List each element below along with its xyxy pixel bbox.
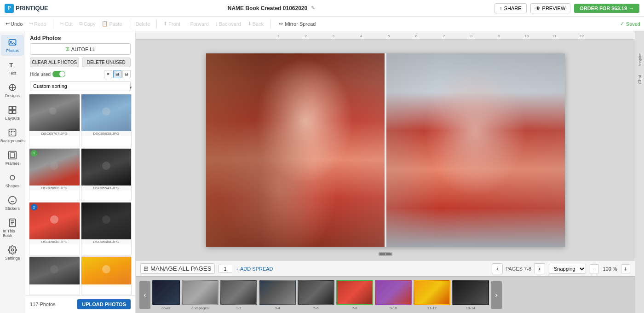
page-number-input[interactable] bbox=[218, 265, 232, 273]
chat-tab[interactable]: Chat bbox=[636, 71, 644, 87]
sidebar-item-in-this-book[interactable]: In This Book bbox=[1, 215, 24, 241]
zoom-in-button[interactable]: + bbox=[621, 264, 630, 273]
ruler-mark: 2 bbox=[292, 34, 320, 38]
ruler-horizontal: 1 2 3 4 5 6 7 8 9 10 11 12 bbox=[136, 31, 635, 40]
prev-page-button[interactable]: ‹ bbox=[492, 263, 503, 274]
front-button[interactable]: ⬆ Front bbox=[161, 20, 182, 28]
list-item[interactable]: 9-10 bbox=[375, 280, 412, 310]
list-item[interactable]: DSC05488.JPG bbox=[81, 202, 132, 255]
frames-label: Frames bbox=[6, 161, 20, 166]
delete-button[interactable]: Delete bbox=[134, 20, 152, 28]
large-grid-view-button[interactable]: ⊟ bbox=[122, 70, 131, 78]
strip-thumbnail[interactable] bbox=[298, 280, 334, 305]
list-item[interactable]: 11-12 bbox=[414, 280, 450, 310]
strip-thumbnail[interactable] bbox=[336, 280, 373, 305]
list-item[interactable] bbox=[81, 256, 132, 296]
list-item[interactable]: 5-6 bbox=[298, 280, 334, 310]
strip-thumbnail[interactable] bbox=[220, 280, 257, 305]
page-left[interactable] bbox=[206, 53, 385, 247]
sidebar-item-photos[interactable]: Photos bbox=[1, 35, 24, 56]
list-item[interactable]: end pages bbox=[182, 280, 218, 310]
sidebar-item-frames[interactable]: Frames bbox=[1, 148, 24, 168]
ruler-mark: 4 bbox=[347, 34, 375, 38]
add-spread-button[interactable]: + ADD SPREAD bbox=[236, 266, 273, 272]
order-button[interactable]: ORDER FOR $63.19 → bbox=[574, 4, 639, 13]
page-navigation: ‹ PAGES 7-8 › bbox=[492, 263, 545, 274]
list-item[interactable]: 1 DSC05608.JPG bbox=[29, 148, 80, 202]
list-item[interactable]: 2 DSC05640.JPG bbox=[29, 202, 80, 255]
check-icon: ✓ bbox=[620, 21, 624, 27]
mirror-spread-control[interactable]: ⇔ Mirror Spread bbox=[279, 21, 316, 27]
sidebar-item-designs[interactable]: Designs bbox=[1, 80, 24, 101]
paste-button[interactable]: 📋 Paste bbox=[100, 20, 124, 28]
sidebar-item-shapes[interactable]: Shapes bbox=[1, 170, 24, 191]
list-item[interactable] bbox=[29, 256, 80, 296]
ruler-mark: 11 bbox=[540, 34, 568, 38]
strip-next-button[interactable]: › bbox=[491, 281, 502, 309]
panel-actions: CLEAR ALL PHOTOS DELETE UNUSED bbox=[25, 58, 135, 70]
sidebar-item-settings[interactable]: Settings bbox=[1, 243, 24, 263]
strip-thumbnail[interactable] bbox=[259, 280, 296, 305]
canvas-scroll[interactable] bbox=[136, 40, 635, 261]
cut-button[interactable]: ✂ Cut bbox=[58, 20, 75, 28]
delete-unused-button[interactable]: DELETE UNUSED bbox=[82, 58, 131, 67]
zoom-out-button[interactable]: − bbox=[590, 264, 599, 273]
hide-used-toggle[interactable] bbox=[52, 71, 65, 77]
backward-button[interactable]: ↓ Backward bbox=[213, 20, 243, 28]
header: P PRINTIQUE NAME Book Created 01062020 ✎… bbox=[0, 0, 644, 17]
redo-button[interactable]: ↪ Redo bbox=[27, 20, 48, 28]
list-item[interactable]: DSC05707.JPG bbox=[29, 94, 80, 147]
copy-button[interactable]: ⧉ Copy bbox=[77, 20, 98, 28]
list-item[interactable]: cover bbox=[152, 280, 180, 310]
inspire-tab[interactable]: Inspire bbox=[636, 50, 644, 70]
strip-thumbnail[interactable] bbox=[375, 280, 412, 305]
svg-text:T: T bbox=[9, 62, 13, 69]
photo-filename: DSC05707.JPG bbox=[29, 131, 80, 136]
sort-select[interactable]: Custom sorting Date ascending Date desce… bbox=[30, 81, 131, 91]
undo-button[interactable]: ↩ Undo bbox=[4, 20, 24, 28]
forward-button[interactable]: ↑ Forward bbox=[185, 20, 211, 28]
snapping-select[interactable]: Snapping bbox=[549, 264, 586, 274]
list-item[interactable]: 3-4 bbox=[259, 280, 296, 310]
sidebar-item-stickers[interactable]: Stickers bbox=[1, 193, 24, 214]
page-right[interactable] bbox=[385, 53, 565, 247]
panel-footer: 117 Photos UPLOAD PHOTOS bbox=[25, 295, 135, 313]
zoom-control: − 100 % + bbox=[590, 264, 630, 273]
photos-panel: Add Photos ⊞ AUTOFILL CLEAR ALL PHOTOS D… bbox=[25, 31, 136, 313]
sidebar-item-layouts[interactable]: Layouts bbox=[1, 103, 24, 123]
ruler-mark: 3 bbox=[320, 34, 347, 38]
svg-rect-5 bbox=[13, 107, 16, 110]
ruler-mark: 6 bbox=[402, 34, 430, 38]
upload-photos-button[interactable]: UPLOAD PHOTOS bbox=[77, 299, 131, 309]
share-button[interactable]: ↑ SHARE bbox=[494, 3, 526, 13]
list-item[interactable]: DSC05543.JPG bbox=[81, 148, 132, 202]
clear-all-button[interactable]: CLEAR ALL PHOTOS bbox=[30, 58, 79, 67]
strip-thumbnail[interactable] bbox=[182, 280, 218, 305]
strip-page-label: 11-12 bbox=[427, 306, 437, 310]
list-item[interactable]: 13-14 bbox=[452, 280, 489, 310]
strip-thumbnail[interactable] bbox=[414, 280, 450, 305]
photo-usage-badge: 1 bbox=[31, 150, 37, 156]
back-button[interactable]: ⬇ Back bbox=[246, 20, 265, 28]
preview-button[interactable]: 👁 PREVIEW bbox=[530, 3, 571, 13]
autofill-button[interactable]: ⊞ AUTOFILL bbox=[30, 43, 131, 55]
list-view-button[interactable]: ≡ bbox=[104, 70, 112, 78]
photos-label: Photos bbox=[6, 48, 19, 53]
strip-thumbnail[interactable] bbox=[452, 280, 489, 305]
next-page-button[interactable]: › bbox=[534, 263, 545, 274]
ruler-mark: 8 bbox=[458, 34, 485, 38]
sidebar-item-backgrounds[interactable]: Backgrounds bbox=[1, 125, 24, 146]
manage-all-pages-button[interactable]: ⊞ MANAGE ALL PAGES bbox=[140, 263, 215, 274]
panel-title: Add Photos bbox=[25, 31, 135, 43]
list-item[interactable]: 1-2 bbox=[220, 280, 257, 310]
list-item[interactable]: 7-8 bbox=[336, 280, 373, 310]
designs-label: Designs bbox=[5, 93, 20, 98]
list-item[interactable]: DSC05630.JPG bbox=[81, 94, 132, 147]
sidebar-item-text[interactable]: T Text bbox=[1, 58, 24, 78]
strip-prev-button[interactable]: ‹ bbox=[139, 281, 150, 309]
grid-view-button[interactable]: ⊞ bbox=[113, 70, 121, 78]
logo-icon: P bbox=[5, 4, 14, 13]
strip-thumbnail[interactable] bbox=[152, 280, 180, 305]
share-icon: ↑ bbox=[500, 6, 502, 11]
edit-name-icon[interactable]: ✎ bbox=[311, 5, 315, 11]
